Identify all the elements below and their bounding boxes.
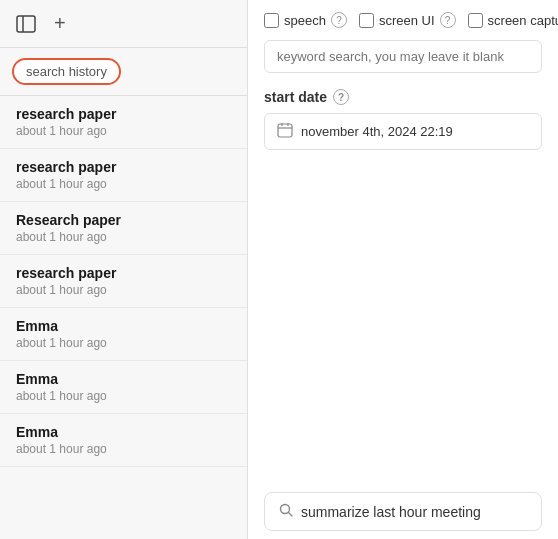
history-item-time: about 1 hour ago bbox=[16, 336, 231, 350]
list-item[interactable]: Emma about 1 hour ago bbox=[0, 308, 247, 361]
search-history-button[interactable]: search history bbox=[12, 58, 121, 85]
new-tab-button[interactable]: + bbox=[50, 8, 70, 39]
screen-ui-help-icon[interactable]: ? bbox=[440, 12, 456, 28]
svg-rect-2 bbox=[278, 124, 292, 137]
screen-ui-label: screen UI bbox=[379, 13, 435, 28]
speech-checkbox[interactable] bbox=[264, 13, 279, 28]
list-item[interactable]: research paper about 1 hour ago bbox=[0, 149, 247, 202]
speech-help-icon[interactable]: ? bbox=[331, 12, 347, 28]
screen-capture-label: screen captu... bbox=[488, 13, 558, 28]
history-item-time: about 1 hour ago bbox=[16, 230, 231, 244]
svg-rect-0 bbox=[17, 16, 35, 32]
start-date-section: start date ? november 4th, 2024 22:19 bbox=[248, 81, 558, 156]
main-content: speech ? screen UI ? screen captu... sta… bbox=[248, 0, 558, 539]
list-item[interactable]: research paper about 1 hour ago bbox=[0, 255, 247, 308]
history-item-title: research paper bbox=[16, 265, 231, 281]
date-input-row[interactable]: november 4th, 2024 22:19 bbox=[264, 113, 542, 150]
history-item-time: about 1 hour ago bbox=[16, 124, 231, 138]
summary-search-bar[interactable]: summarize last hour meeting bbox=[264, 492, 542, 531]
start-date-value: november 4th, 2024 22:19 bbox=[301, 124, 453, 139]
history-list: research paper about 1 hour ago research… bbox=[0, 96, 247, 539]
speech-label: speech bbox=[284, 13, 326, 28]
history-item-time: about 1 hour ago bbox=[16, 442, 231, 456]
calendar-icon bbox=[277, 122, 293, 141]
start-date-label-row: start date ? bbox=[264, 89, 542, 105]
list-item[interactable]: research paper about 1 hour ago bbox=[0, 96, 247, 149]
history-item-time: about 1 hour ago bbox=[16, 283, 231, 297]
history-item-time: about 1 hour ago bbox=[16, 389, 231, 403]
history-item-title: research paper bbox=[16, 159, 231, 175]
history-item-time: about 1 hour ago bbox=[16, 177, 231, 191]
summary-search-text: summarize last hour meeting bbox=[301, 504, 481, 520]
summary-search-icon bbox=[279, 503, 293, 520]
search-history-label: search history bbox=[26, 64, 107, 79]
history-item-title: research paper bbox=[16, 106, 231, 122]
list-item[interactable]: Emma about 1 hour ago bbox=[0, 361, 247, 414]
screen-capture-checkbox[interactable] bbox=[468, 13, 483, 28]
screen-capture-filter: screen captu... bbox=[468, 13, 558, 28]
list-item[interactable]: Emma about 1 hour ago bbox=[0, 414, 247, 467]
history-item-title: Research paper bbox=[16, 212, 231, 228]
screen-ui-checkbox[interactable] bbox=[359, 13, 374, 28]
sidebar-toggle-button[interactable] bbox=[12, 11, 40, 37]
history-item-title: Emma bbox=[16, 424, 231, 440]
screen-ui-filter: screen UI ? bbox=[359, 12, 456, 28]
svg-line-7 bbox=[289, 513, 293, 517]
list-item[interactable]: Research paper about 1 hour ago bbox=[0, 202, 247, 255]
sidebar: + search history research paper about 1 … bbox=[0, 0, 248, 539]
speech-filter: speech ? bbox=[264, 12, 347, 28]
history-item-title: Emma bbox=[16, 318, 231, 334]
history-item-title: Emma bbox=[16, 371, 231, 387]
filters-row: speech ? screen UI ? screen captu... bbox=[248, 0, 558, 36]
keyword-input-container bbox=[248, 36, 558, 81]
sidebar-header: + bbox=[0, 0, 247, 48]
start-date-help-icon[interactable]: ? bbox=[333, 89, 349, 105]
start-date-text: start date bbox=[264, 89, 327, 105]
keyword-search-input[interactable] bbox=[264, 40, 542, 73]
